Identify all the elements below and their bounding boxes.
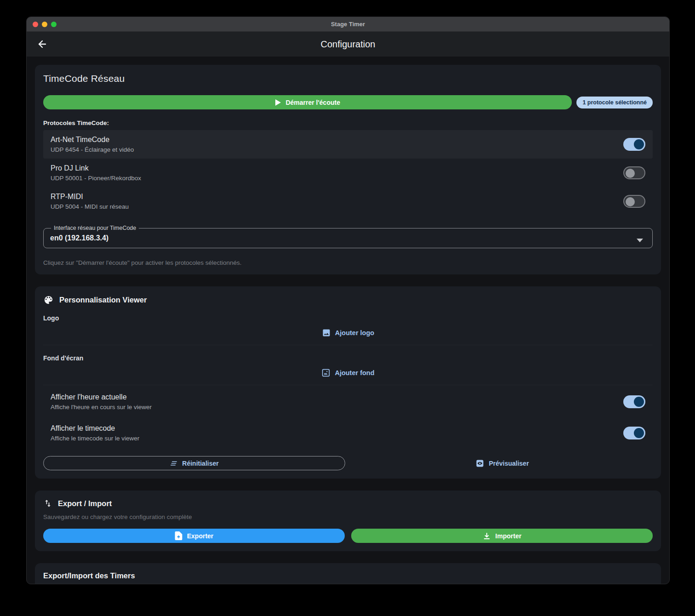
protocol-description: UDP 50001 - Pioneer/Rekordbox xyxy=(51,175,141,182)
protocol-toggle-prodjlink[interactable] xyxy=(623,166,645,179)
background-label: Fond d'écran xyxy=(43,354,653,362)
show-timecode-row: Afficher le timecode Affiche le timecode… xyxy=(43,416,653,448)
page-title: Configuration xyxy=(321,39,376,50)
protocol-toggle-artnet[interactable] xyxy=(623,138,645,151)
add-logo-label: Ajouter logo xyxy=(335,329,374,337)
network-interface-label: Interface réseau pour TimeCode xyxy=(51,225,139,231)
add-logo-button[interactable]: Ajouter logo xyxy=(43,322,653,345)
protocol-description: UDP 5004 - MIDI sur réseau xyxy=(51,203,129,210)
export-section-title: Export / Import xyxy=(58,499,112,508)
wallpaper-icon xyxy=(321,368,330,377)
timers-section-title: Export/Import des Timers xyxy=(43,571,653,580)
toggle-row-text: Afficher l'heure actuelle Affiche l'heur… xyxy=(51,393,152,411)
toggle-row-text: Afficher le timecode Affiche le timecode… xyxy=(51,424,139,442)
export-button[interactable]: Exporter xyxy=(43,529,345,543)
protocol-name: RTP-MIDI xyxy=(51,193,129,201)
arrow-left-icon xyxy=(37,39,48,50)
content-area: TimeCode Réseau Démarrer l'écoute 1 prot… xyxy=(27,57,669,584)
close-window-button[interactable] xyxy=(33,22,38,27)
page-header: Configuration xyxy=(27,32,669,57)
image-icon xyxy=(322,328,331,337)
export-section-header: Export / Import xyxy=(43,499,653,508)
timecode-network-card: TimeCode Réseau Démarrer l'écoute 1 prot… xyxy=(35,65,661,274)
show-clock-title: Afficher l'heure actuelle xyxy=(51,393,152,401)
timecode-section-title: TimeCode Réseau xyxy=(43,73,653,84)
show-timecode-description: Affiche le timecode sur le viewer xyxy=(51,435,139,442)
add-background-label: Ajouter fond xyxy=(335,369,374,376)
swap-vertical-icon xyxy=(43,499,52,508)
protocols-label: Protocoles TimeCode: xyxy=(43,120,653,126)
import-label: Importer xyxy=(496,532,522,540)
protocol-row-rtpmidi[interactable]: RTP-MIDI UDP 5004 - MIDI sur réseau xyxy=(43,187,653,216)
back-button[interactable] xyxy=(34,36,51,52)
play-icon xyxy=(275,99,281,106)
logo-label: Logo xyxy=(43,314,653,322)
viewer-customization-card: Personnalisation Viewer Logo Ajouter log… xyxy=(35,286,661,479)
protocol-count-badge: 1 protocole sélectionné xyxy=(576,97,653,108)
clear-lines-icon xyxy=(170,459,178,468)
protocol-description: UDP 6454 - Éclairage et vidéo xyxy=(51,146,134,153)
listen-row: Démarrer l'écoute 1 protocole sélectionn… xyxy=(43,95,653,109)
toggle-knob xyxy=(626,169,635,178)
toggle-knob xyxy=(634,397,644,407)
app-window: Stage Timer Configuration TimeCode Résea… xyxy=(26,17,670,584)
toggle-knob xyxy=(634,139,644,149)
network-interface-value: en0 (192.168.3.4) xyxy=(50,234,646,242)
toggle-knob xyxy=(634,428,644,438)
protocol-text: Pro DJ Link UDP 50001 - Pioneer/Rekordbo… xyxy=(51,164,141,182)
import-button[interactable]: Importer xyxy=(351,529,653,543)
file-up-icon xyxy=(175,531,182,540)
titlebar: Stage Timer xyxy=(27,17,669,32)
zoom-window-button[interactable] xyxy=(51,22,57,27)
show-clock-toggle[interactable] xyxy=(623,395,645,408)
reset-button[interactable]: Réinitialiser xyxy=(43,456,345,470)
palette-icon xyxy=(43,295,54,305)
viewer-section-title: Personnalisation Viewer xyxy=(59,296,147,304)
export-section-subtitle: Sauvegardez ou chargez votre configurati… xyxy=(43,513,653,520)
network-interface-select[interactable]: Interface réseau pour TimeCode en0 (192.… xyxy=(43,225,653,248)
export-label: Exporter xyxy=(187,532,214,540)
traffic-lights xyxy=(33,17,57,32)
show-timecode-toggle[interactable] xyxy=(623,427,645,439)
protocol-name: Art-Net TimeCode xyxy=(51,136,134,144)
protocol-row-prodjlink[interactable]: Pro DJ Link UDP 50001 - Pioneer/Rekordbo… xyxy=(43,159,653,187)
export-import-buttons: Exporter Importer xyxy=(43,529,653,543)
viewer-actions-row: Réinitialiser Prévisualiser xyxy=(43,456,653,470)
protocol-toggle-rtpmidi[interactable] xyxy=(623,195,645,208)
preview-label: Prévisualiser xyxy=(489,460,529,467)
add-background-button[interactable]: Ajouter fond xyxy=(43,362,653,385)
eye-square-icon xyxy=(475,459,484,468)
show-clock-row: Afficher l'heure actuelle Affiche l'heur… xyxy=(43,385,653,416)
start-listening-label: Démarrer l'écoute xyxy=(285,99,340,106)
viewer-section-header: Personnalisation Viewer xyxy=(43,295,653,305)
listen-helper-text: Cliquez sur "Démarrer l'écoute" pour act… xyxy=(43,259,653,266)
protocol-name: Pro DJ Link xyxy=(51,164,141,172)
start-listening-button[interactable]: Démarrer l'écoute xyxy=(43,95,572,109)
timers-export-card: Export/Import des Timers Export xyxy=(35,563,661,584)
download-icon xyxy=(483,532,491,540)
caret-down-icon xyxy=(637,239,643,242)
protocol-text: Art-Net TimeCode UDP 6454 - Éclairage et… xyxy=(51,136,134,153)
reset-label: Réinitialiser xyxy=(182,460,218,467)
protocol-list: Art-Net TimeCode UDP 6454 - Éclairage et… xyxy=(43,130,653,216)
toggle-knob xyxy=(626,197,635,206)
export-import-card: Export / Import Sauvegardez ou chargez v… xyxy=(35,491,661,551)
protocol-row-artnet[interactable]: Art-Net TimeCode UDP 6454 - Éclairage et… xyxy=(43,130,653,159)
minimize-window-button[interactable] xyxy=(42,22,47,27)
window-title: Stage Timer xyxy=(331,21,365,28)
show-timecode-title: Afficher le timecode xyxy=(51,424,139,433)
show-clock-description: Affiche l'heure en cours sur le viewer xyxy=(51,404,152,411)
protocol-text: RTP-MIDI UDP 5004 - MIDI sur réseau xyxy=(51,193,129,210)
preview-button[interactable]: Prévisualiser xyxy=(352,456,653,470)
